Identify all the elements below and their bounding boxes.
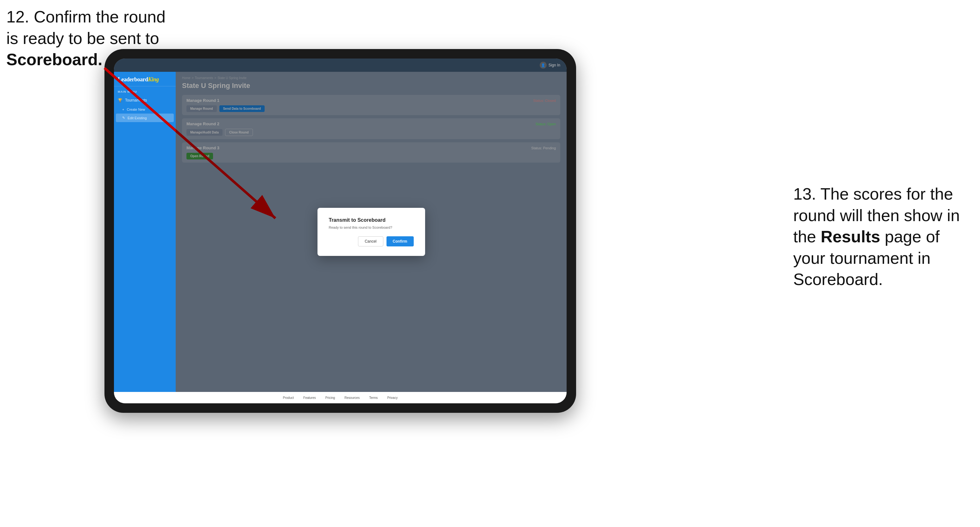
modal-subtitle: Ready to send this round to Scoreboard? [329, 225, 414, 229]
sign-in-label: Sign In [549, 63, 560, 67]
sign-in-area[interactable]: 👤 Sign In [540, 62, 560, 69]
sidebar-sub-item-create-new[interactable]: + Create New [114, 105, 176, 114]
annotation-top-left: 12. Confirm the round is ready to be sen… [6, 6, 165, 71]
sidebar: LeaderboardKing MAIN MENU 🏆 Tournaments … [114, 72, 176, 392]
logo-area: LeaderboardKing [114, 72, 176, 86]
sidebar-sub-item-edit-existing[interactable]: ✎ Edit Existing [116, 114, 174, 122]
create-new-label: Create New [127, 108, 145, 111]
edit-icon: ✎ [122, 116, 125, 120]
tournaments-label: Tournaments [125, 98, 147, 103]
footer-pricing[interactable]: Pricing [325, 396, 335, 400]
logo-part2: King [148, 76, 159, 83]
tablet-frame: 👤 Sign In LeaderboardKing MAIN MENU 🏆 To… [105, 49, 576, 413]
user-icon: 👤 [540, 62, 547, 69]
main-content: Home > Tournaments > State U Spring Invi… [176, 72, 566, 392]
edit-existing-label: Edit Existing [127, 116, 147, 120]
footer-product[interactable]: Product [283, 396, 294, 400]
modal-overlay: Transmit to Scoreboard Ready to send thi… [176, 72, 566, 392]
plus-icon: + [122, 108, 124, 111]
cancel-button[interactable]: Cancel [358, 236, 383, 246]
trophy-icon: 🏆 [118, 98, 123, 103]
main-menu-label: MAIN MENU [114, 86, 176, 95]
annotation-right: 13. The scores for the round will then s… [793, 184, 970, 290]
main-layout: LeaderboardKing MAIN MENU 🏆 Tournaments … [114, 72, 566, 392]
logo-part1: Leaderboard [118, 76, 148, 83]
top-bar: 👤 Sign In [114, 59, 566, 72]
confirm-button[interactable]: Confirm [387, 236, 414, 246]
logo: LeaderboardKing [118, 76, 172, 83]
footer-terms[interactable]: Terms [369, 396, 378, 400]
tablet-footer: Product Features Pricing Resources Terms… [114, 392, 566, 403]
modal-buttons: Cancel Confirm [329, 236, 414, 246]
footer-features[interactable]: Features [303, 396, 316, 400]
footer-privacy[interactable]: Privacy [387, 396, 398, 400]
sidebar-item-tournaments[interactable]: 🏆 Tournaments [114, 95, 176, 105]
footer-resources[interactable]: Resources [344, 396, 360, 400]
tablet-screen: 👤 Sign In LeaderboardKing MAIN MENU 🏆 To… [114, 59, 566, 403]
modal-title: Transmit to Scoreboard [329, 217, 414, 223]
modal-box: Transmit to Scoreboard Ready to send thi… [318, 208, 425, 256]
